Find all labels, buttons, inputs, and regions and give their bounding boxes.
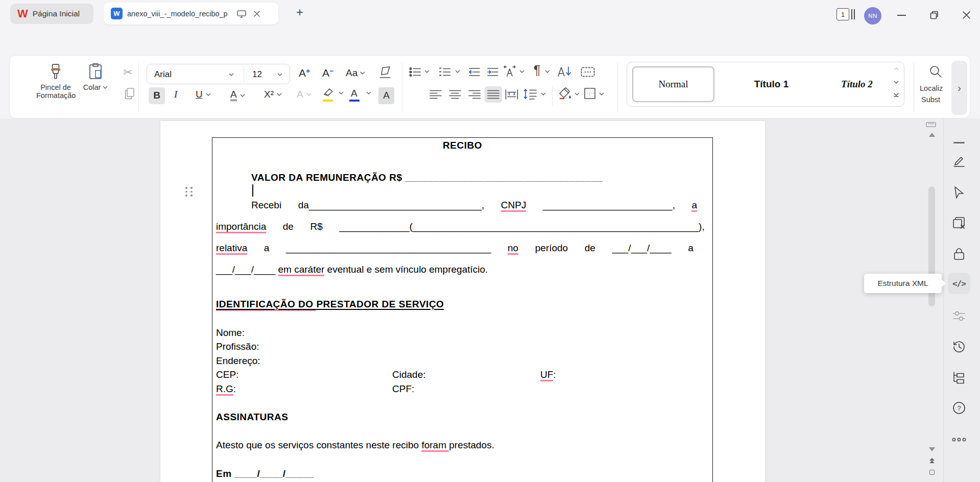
chevron-down-icon[interactable] (339, 91, 344, 94)
bold-button[interactable]: B (149, 87, 165, 104)
gallery-scroll-up-icon[interactable] (894, 67, 899, 70)
close-window-button[interactable] (963, 11, 970, 19)
xml-structure-button[interactable]: </> (948, 273, 970, 294)
reject-format-button[interactable] (948, 212, 970, 234)
paste-clipboard-icon (87, 63, 104, 80)
chevron-down-icon (277, 93, 282, 96)
restore-button[interactable] (930, 11, 939, 19)
find-label[interactable]: Localiz (920, 84, 943, 92)
highlight-color-swatch (323, 100, 333, 102)
chevron-down-icon[interactable] (599, 92, 604, 95)
window-count-badge[interactable]: 1 (836, 8, 849, 20)
tooltip-estrutura-xml: Estrutura XML (864, 274, 942, 293)
shrink-font-button[interactable]: A− (322, 67, 333, 79)
minimize-button[interactable] (897, 15, 906, 16)
new-tab-button[interactable]: + (296, 5, 303, 19)
divider (943, 118, 944, 482)
find-search-icon[interactable] (929, 65, 942, 78)
style-titulo-1[interactable]: Título 1 (732, 66, 811, 102)
window-stack-icon (851, 9, 855, 19)
scroll-down-arrow[interactable] (929, 447, 935, 451)
previous-page-button[interactable] (929, 457, 935, 464)
numbered-list-button[interactable] (439, 67, 451, 77)
font-name-select[interactable]: Arial (154, 69, 172, 80)
more-tools-button[interactable] (948, 429, 970, 450)
style-normal[interactable]: Normal (632, 66, 714, 102)
align-left-button[interactable] (429, 89, 442, 100)
group-divider (552, 86, 553, 106)
chevron-down-icon[interactable] (575, 92, 580, 95)
chevron-down-icon[interactable] (519, 70, 524, 73)
divider (244, 66, 244, 83)
home-tab-label: Página Inicial (33, 9, 80, 18)
menu-bar: Menu ⋯ Página Inicial Inserir Layout da … (0, 25, 980, 55)
chevron-down-icon[interactable] (541, 92, 546, 95)
help-button[interactable]: ? (948, 397, 970, 419)
italic-button[interactable]: I (174, 89, 177, 100)
expand-panel-button[interactable]: › (951, 61, 967, 115)
shading-button[interactable] (558, 87, 571, 100)
chevron-down-icon[interactable] (455, 70, 460, 73)
increase-indent-button[interactable] (487, 67, 499, 77)
strikethrough-button[interactable]: A (230, 89, 245, 101)
font-size-select[interactable]: 12 (252, 69, 262, 80)
superscript-button[interactable]: X² (264, 89, 282, 99)
chevron-down-icon[interactable] (229, 73, 234, 76)
style-titulo-2[interactable]: Título 2 (819, 66, 895, 102)
ink-annotation-button[interactable] (948, 150, 970, 172)
font-color-button[interactable]: A (351, 88, 357, 99)
distribute-text-button[interactable] (505, 89, 518, 100)
justify-button[interactable] (485, 86, 502, 103)
clear-formatting-button[interactable] (378, 66, 393, 79)
writer-doc-icon: W (111, 8, 123, 19)
highlight-color-button[interactable] (322, 87, 334, 98)
font-color-swatch (349, 100, 360, 102)
underline-button[interactable]: U (196, 89, 211, 99)
document-page[interactable] (160, 121, 765, 482)
options-sliders-button[interactable] (948, 305, 970, 327)
replace-label[interactable]: Subst (921, 95, 940, 104)
document-tab[interactable]: W anexo_viii_-_modelo_recibo_p (104, 3, 278, 25)
lock-button[interactable] (948, 243, 970, 264)
sort-button[interactable] (557, 65, 572, 78)
history-button[interactable] (948, 336, 970, 357)
decrease-indent-button[interactable] (468, 67, 481, 77)
group-divider (914, 63, 914, 112)
chevron-down-icon[interactable] (424, 70, 429, 73)
character-shading-button[interactable]: A (378, 87, 394, 104)
align-center-button[interactable] (449, 89, 461, 100)
chevron-down-icon[interactable] (545, 70, 550, 73)
change-case-button[interactable]: Aa (346, 68, 365, 78)
text-direction-button[interactable] (503, 65, 516, 78)
borders-button[interactable] (584, 87, 596, 100)
ribbon: Pincel de Formatação Colar ✂ Arial 12 (9, 55, 970, 118)
chevron-down-icon[interactable] (277, 73, 282, 76)
scroll-up-arrow[interactable] (929, 133, 935, 137)
cut-button[interactable]: ✂ (123, 66, 132, 79)
format-painter-button[interactable]: Pincel de Formatação (36, 63, 75, 100)
grow-font-button[interactable]: A+ (299, 67, 310, 79)
bullet-list-button[interactable] (409, 67, 421, 77)
line-spacing-button[interactable] (523, 88, 537, 100)
select-tool-button[interactable] (948, 182, 970, 203)
paste-button[interactable]: Colar (79, 63, 112, 91)
ruler-toggle-icon[interactable] (925, 120, 937, 129)
select-browse-object-button[interactable] (929, 470, 935, 475)
format-painter-brush-icon (47, 63, 64, 80)
gallery-scroll-down-icon[interactable] (894, 81, 899, 84)
paragraph-mark-button[interactable]: ¶ (534, 63, 540, 78)
format-painter-label-2: Formatação (36, 91, 75, 100)
formatting-marks-button[interactable] (581, 67, 595, 77)
align-right-button[interactable] (468, 89, 481, 100)
home-tab[interactable]: W Página Inicial (10, 4, 93, 24)
group-divider (138, 63, 139, 112)
chevron-down-icon[interactable] (366, 91, 371, 94)
copy-button[interactable] (124, 87, 135, 100)
user-avatar[interactable]: NN (864, 7, 881, 25)
chevron-down-icon (103, 86, 108, 89)
gallery-expand-icon[interactable] (894, 93, 899, 99)
close-tab-icon[interactable] (254, 11, 260, 17)
navigation-pane-button[interactable] (948, 367, 970, 388)
text-effects-button[interactable]: A (297, 89, 312, 99)
drag-handle-icon[interactable] (184, 186, 194, 198)
